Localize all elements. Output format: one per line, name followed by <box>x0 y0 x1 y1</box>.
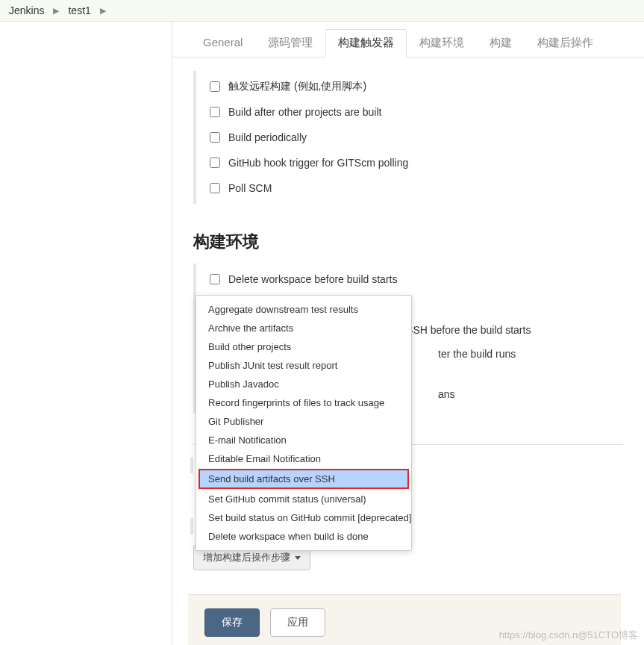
trigger-periodic-label: Build periodically <box>228 131 307 143</box>
trigger-remote-label: 触发远程构建 (例如,使用脚本) <box>228 80 366 93</box>
menu-item[interactable]: Aggregate downstream test results <box>196 300 411 319</box>
menu-item[interactable]: Publish Javadoc <box>196 375 411 393</box>
sidebar-placeholder <box>0 22 172 645</box>
menu-item[interactable]: Archive the artifacts <box>196 319 411 337</box>
trigger-after-checkbox[interactable] <box>210 107 220 117</box>
build-env-title: 构建环境 <box>193 231 644 253</box>
trigger-poll-label: Poll SCM <box>228 182 272 194</box>
trigger-after-projects[interactable]: Build after other projects are built <box>207 99 623 125</box>
trigger-github-label: GitHub hook trigger for GITScm polling <box>228 157 408 169</box>
menu-item[interactable]: Publish JUnit test result report <box>196 356 411 375</box>
trigger-poll-checkbox[interactable] <box>210 183 220 193</box>
env-ans-tail: ans <box>438 388 455 400</box>
env-delete-ws-label: Delete workspace before build starts <box>228 273 397 285</box>
env-delete-workspace[interactable]: Delete workspace before build starts <box>207 267 623 292</box>
apply-button[interactable]: 应用 <box>270 608 325 637</box>
breadcrumb: Jenkins ▶ test1 ▶ <box>0 0 644 22</box>
trigger-poll-scm[interactable]: Poll SCM <box>207 175 623 201</box>
menu-item[interactable]: Set GitHub commit status (universal) <box>196 490 411 508</box>
tab-build[interactable]: 构建 <box>477 29 525 57</box>
menu-item[interactable]: Set build status on GitHub commit [depre… <box>196 508 411 527</box>
menu-item[interactable]: Delete workspace when build is done <box>196 527 411 546</box>
caret-down-icon <box>295 556 301 560</box>
trigger-remote-checkbox[interactable] <box>210 81 220 92</box>
menu-item[interactable]: Send build artifacts over SSH <box>198 469 409 489</box>
watermark-text: https://blog.csdn.n@51CTO博客 <box>499 629 638 642</box>
build-triggers-block: 触发远程构建 (例如,使用脚本) Build after other proje… <box>193 71 623 204</box>
trigger-periodic-checkbox[interactable] <box>210 132 220 143</box>
tab-build-env[interactable]: 构建环境 <box>407 29 477 57</box>
env-ssh-after-tail: ter the build runs <box>438 348 516 360</box>
add-step-label: 增加构建后操作步骤 <box>203 551 290 564</box>
menu-item[interactable]: Git Publisher <box>196 412 411 431</box>
tab-scm[interactable]: 源码管理 <box>255 29 325 57</box>
trigger-periodically[interactable]: Build periodically <box>207 125 623 150</box>
tab-build-triggers[interactable]: 构建触发器 <box>325 29 407 57</box>
menu-item[interactable]: E-mail Notification <box>196 431 411 449</box>
config-tabs: General 源码管理 构建触发器 构建环境 构建 构建后操作 <box>172 22 644 57</box>
trigger-github-checkbox[interactable] <box>210 158 220 168</box>
tab-post-build[interactable]: 构建后操作 <box>525 29 606 57</box>
menu-item[interactable]: Editable Email Notification <box>196 449 411 468</box>
trigger-after-label: Build after other projects are built <box>228 106 381 118</box>
menu-item[interactable]: Build other projects <box>196 337 411 356</box>
env-delete-ws-checkbox[interactable] <box>210 274 220 284</box>
tab-general[interactable]: General <box>190 29 255 57</box>
trigger-github-hook[interactable]: GitHub hook trigger for GITScm polling <box>207 150 623 175</box>
menu-item[interactable]: Record fingerprints of files to track us… <box>196 393 411 412</box>
post-build-actions-menu[interactable]: Aggregate downstream test resultsArchive… <box>196 295 412 551</box>
save-button[interactable]: 保存 <box>204 608 260 637</box>
breadcrumb-item[interactable]: test1 <box>68 4 90 16</box>
trigger-remote-build[interactable]: 触发远程构建 (例如,使用脚本) <box>207 74 623 99</box>
chevron-right-icon: ▶ <box>94 6 112 16</box>
chevron-right-icon: ▶ <box>47 6 65 16</box>
breadcrumb-root[interactable]: Jenkins <box>9 4 44 16</box>
